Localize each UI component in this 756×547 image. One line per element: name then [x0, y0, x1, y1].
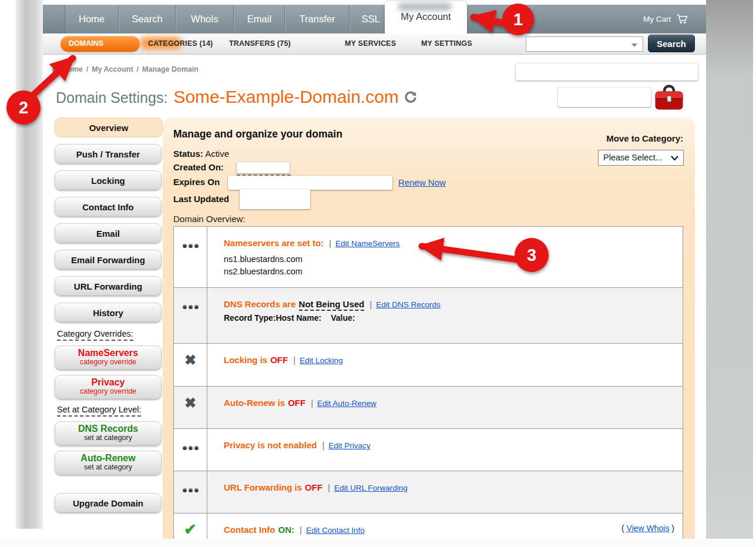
table-row-privacy: Privacy is not enabled|Edit Privacy	[174, 429, 683, 471]
edit-auto-renew-link[interactable]: Edit Auto-Renew	[317, 399, 377, 408]
pending-dots-icon	[183, 429, 199, 471]
chevron-down-icon	[671, 156, 678, 161]
table-row-dns-records: DNS Records areNot Being Used|Edit DNS R…	[174, 288, 683, 344]
view-whois: ( View Whois )	[621, 523, 674, 533]
edit-privacy-link[interactable]: Edit Privacy	[328, 441, 370, 450]
subnav-categories[interactable]: CATEGORIES (14)	[148, 33, 213, 54]
refresh-icon[interactable]	[404, 91, 417, 104]
edit-dns-records-link[interactable]: Edit DNS Records	[376, 300, 441, 309]
set-at-category-heading: Set at Category Level:	[57, 405, 163, 414]
search-button[interactable]: Search	[648, 35, 695, 52]
view-whois-link[interactable]: View Whois	[627, 523, 670, 533]
sidebar-item-email-forwarding[interactable]: Email Forwarding	[55, 250, 162, 269]
redaction-box-created-date	[237, 162, 290, 173]
breadcrumb: Home / My Account / Manage Domain	[52, 65, 199, 73]
table-row-nameservers: Nameservers are set to:|Edit NameServers…	[174, 227, 683, 288]
edit-nameservers-link[interactable]: Edit NameServers	[335, 239, 400, 248]
top-navigation-bar: Home Search WhoIs Email Transfer SSL My …	[43, 5, 706, 34]
nav-tab-transfer[interactable]: Transfer	[285, 5, 350, 33]
sidebar-item-email[interactable]: Email	[55, 223, 162, 243]
domain-name: Some-Example-Domain.com	[173, 87, 398, 107]
sidebar-item-upgrade-domain[interactable]: Upgrade Domain	[55, 493, 162, 512]
sidebar-item-dns-records-category[interactable]: DNS Records set at category	[55, 421, 162, 445]
status-line: Status: Active	[173, 149, 229, 159]
subnav-my-settings[interactable]: MY SETTINGS	[421, 33, 472, 54]
subnav-my-services[interactable]: MY SERVICES	[345, 33, 396, 54]
sidebar-item-auto-renew-category[interactable]: Auto-Renew set at category	[55, 451, 162, 475]
created-on-line: Created On:	[173, 162, 224, 172]
home-icon	[52, 66, 59, 73]
cart-icon	[676, 14, 688, 24]
my-cart-link[interactable]: My Cart	[643, 5, 688, 33]
table-row-auto-renew: ✖ Auto-Renew isOFF|Edit Auto-Renew	[174, 387, 683, 429]
move-to-category-label: Move to Category:	[595, 133, 683, 143]
nav-tab-my-account-active[interactable]: My Account	[385, 1, 467, 33]
subnav-transfers[interactable]: TRANSFERS (75)	[229, 33, 291, 54]
x-icon: ✖	[184, 344, 196, 386]
domain-overview-label: Domain Overview:	[173, 214, 246, 224]
redaction-box-updated-date	[240, 189, 310, 209]
left-background-band	[16, 0, 43, 529]
nav-tab-email[interactable]: Email	[234, 5, 285, 33]
sidebar-item-nameservers-override[interactable]: NameServers category override	[55, 345, 162, 370]
table-row-url-forwarding: URL Forwarding isOFF|Edit URL Forwarding	[174, 471, 683, 514]
section-heading: Manage and organize your domain	[173, 128, 342, 140]
account-sub-navigation: DOMAINS CATEGORIES (14) TRANSFERS (75) M…	[43, 33, 706, 55]
x-icon: ✖	[184, 387, 196, 428]
nav-tab-whois[interactable]: WhoIs	[176, 5, 234, 33]
domain-overview-table: Nameservers are set to:|Edit NameServers…	[173, 226, 683, 547]
category-select[interactable]: Please Select...	[598, 150, 684, 166]
domain-search-input[interactable]	[527, 38, 630, 51]
title-prefix: Domain Settings:	[56, 89, 167, 106]
subnav-domains-button[interactable]: DOMAINS	[61, 36, 140, 52]
renew-now-link[interactable]: Renew Now	[398, 177, 446, 187]
edit-locking-link[interactable]: Edit Locking	[300, 356, 343, 365]
redaction-box	[516, 63, 698, 80]
domain-search-combobox[interactable]	[526, 36, 643, 52]
window-bottom-edge	[0, 539, 756, 547]
edit-contact-info-link[interactable]: Edit Contact Info	[306, 526, 365, 535]
right-background-band	[706, 0, 753, 541]
sidebar-item-push-transfer[interactable]: Push / Transfer	[55, 144, 162, 163]
sidebar-item-locking[interactable]: Locking	[55, 170, 162, 190]
sidebar-item-url-forwarding[interactable]: URL Forwarding	[55, 276, 162, 296]
page: Home Search WhoIs Email Transfer SSL My …	[0, 0, 756, 547]
nameserver-value: ns2.bluestardns.com	[224, 266, 683, 278]
sidebar-item-overview[interactable]: Overview	[55, 118, 163, 137]
page-title: Domain Settings: Some-Example-Domain.com	[56, 87, 417, 107]
redaction-box	[558, 88, 651, 107]
sidebar-item-contact-info[interactable]: Contact Info	[55, 197, 162, 216]
combobox-dropdown-icon[interactable]	[631, 43, 637, 47]
pending-dots-icon	[183, 288, 199, 343]
breadcrumb-my-account[interactable]: My Account	[92, 65, 133, 73]
sidebar: Overview Push / Transfer Locking Contact…	[55, 118, 163, 519]
category-overrides-heading: Category Overrides:	[57, 329, 163, 338]
nav-tab-search[interactable]: Search	[119, 5, 176, 33]
breadcrumb-current: Manage Domain	[142, 65, 199, 73]
breadcrumb-home[interactable]: Home	[62, 65, 83, 73]
nameserver-value: ns1.bluestardns.com	[224, 253, 683, 266]
toolbox-icon[interactable]	[654, 84, 684, 113]
nav-tab-home[interactable]: Home	[65, 5, 119, 33]
sidebar-item-history[interactable]: History	[55, 303, 162, 322]
redaction-smudge	[398, 3, 452, 11]
last-updated-line: Last Updated	[173, 194, 229, 204]
edit-url-forwarding-link[interactable]: Edit URL Forwarding	[334, 484, 408, 492]
redaction-box-expiry-date	[228, 176, 392, 190]
expires-on-line: Expires On	[173, 177, 220, 187]
sidebar-item-privacy-override[interactable]: Privacy category override	[55, 375, 162, 399]
pending-dots-icon	[183, 227, 199, 287]
dns-record-columns: Record Type:Host Name:Value:	[224, 313, 683, 323]
pending-dots-icon	[183, 471, 199, 513]
table-row-locking: ✖ Locking isOFF|Edit Locking	[174, 344, 683, 387]
